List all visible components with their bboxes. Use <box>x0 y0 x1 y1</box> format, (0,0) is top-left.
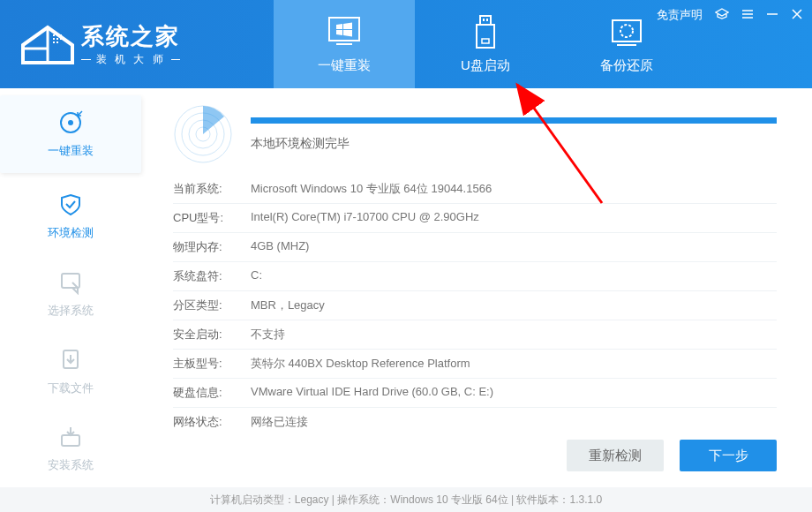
sidebar-item-label: 环境检测 <box>48 225 94 241</box>
info-value: Intel(R) Core(TM) i7-10700 CPU @ 2.90GHz <box>251 210 777 226</box>
svg-rect-11 <box>486 19 488 21</box>
tab-usb-boot[interactable]: U盘启动 <box>415 0 556 88</box>
info-row-partition: 分区类型:MBR，Legacy <box>173 291 777 320</box>
info-row-ram: 物理内存:4GB (MHZ) <box>173 233 777 262</box>
svg-rect-5 <box>60 38 62 40</box>
info-row-disk: 硬盘信息:VMware Virtual IDE Hard Drive (60.0… <box>173 379 777 408</box>
disclaimer-link[interactable]: 免责声明 <box>657 7 703 23</box>
logo-area: 系统之家 装 机 大 师 <box>0 21 274 67</box>
app-header: 系统之家 装 机 大 师 一键重装 U盘启动 备份还原 免责声明 <box>0 0 812 88</box>
info-row-network: 网络状态:网络已连接 <box>173 408 777 436</box>
sidebar-item-reinstall[interactable]: 一键重装 <box>0 95 141 173</box>
info-value: 不支持 <box>251 327 777 343</box>
info-label: 主板型号: <box>173 356 251 372</box>
system-info-table: 当前系统:Microsoft Windows 10 专业版 64位 19044.… <box>173 175 777 436</box>
tab-reinstall[interactable]: 一键重装 <box>274 0 415 88</box>
tab-label: 备份还原 <box>600 57 653 74</box>
info-label: 安全启动: <box>173 327 251 343</box>
nav-tabs: 一键重装 U盘启动 备份还原 <box>274 0 697 88</box>
shield-check-icon <box>57 192 84 218</box>
info-value: Microsoft Windows 10 专业版 64位 19044.1566 <box>251 181 777 197</box>
info-label: 系统盘符: <box>173 268 251 284</box>
sidebar-item-label: 下载文件 <box>48 380 94 396</box>
info-row-secureboot: 安全启动:不支持 <box>173 320 777 350</box>
progress-bar <box>251 117 777 124</box>
logo-text: 系统之家 装 机 大 师 <box>81 21 180 67</box>
svg-rect-2 <box>60 34 62 36</box>
info-row-motherboard: 主板型号:英特尔 440BX Desktop Reference Platfor… <box>173 350 777 379</box>
close-button[interactable] <box>791 8 803 23</box>
sidebar-item-label: 一键重装 <box>48 143 94 159</box>
info-label: 分区类型: <box>173 297 251 313</box>
menu-icon[interactable] <box>741 8 754 23</box>
content-panel: 本地环境检测完毕 当前系统:Microsoft Windows 10 专业版 6… <box>141 88 812 487</box>
target-icon <box>57 109 84 136</box>
select-icon <box>57 269 84 296</box>
app-title: 系统之家 <box>81 21 180 52</box>
restore-icon <box>609 15 644 50</box>
sidebar-item-env-check[interactable]: 环境检测 <box>0 178 141 256</box>
info-row-drive: 系统盘符:C: <box>173 262 777 291</box>
info-row-cpu: CPU型号:Intel(R) Core(TM) i7-10700 CPU @ 2… <box>173 204 777 233</box>
info-label: 硬盘信息: <box>173 385 251 401</box>
svg-rect-7 <box>56 41 58 43</box>
sidebar: 一键重装 环境检测 选择系统 下载文件 安装系统 <box>0 88 141 487</box>
sidebar-item-download[interactable]: 下载文件 <box>0 333 141 410</box>
body-area: 一键重装 环境检测 选择系统 下载文件 安装系统 本地环境检测完毕 <box>0 88 812 487</box>
info-value: 网络已连接 <box>251 414 777 430</box>
radar-icon <box>173 104 233 164</box>
svg-rect-9 <box>480 16 491 25</box>
scan-status-text: 本地环境检测完毕 <box>251 136 777 152</box>
info-value: 4GB (MHZ) <box>251 239 777 255</box>
sidebar-item-install[interactable]: 安装系统 <box>0 410 141 487</box>
action-buttons: 重新检测 下一步 <box>567 440 777 471</box>
svg-rect-10 <box>483 19 485 21</box>
info-value: 英特尔 440BX Desktop Reference Platform <box>251 356 777 372</box>
svg-rect-0 <box>53 34 55 36</box>
install-icon <box>57 424 84 450</box>
graduation-icon[interactable] <box>715 8 729 23</box>
svg-point-17 <box>68 120 73 125</box>
status-bar-text: 计算机启动类型：Legacy | 操作系统：Windows 10 专业版 64位… <box>210 493 602 508</box>
info-label: 物理内存: <box>173 239 251 255</box>
svg-rect-13 <box>482 39 489 43</box>
info-label: CPU型号: <box>173 210 251 226</box>
next-button[interactable]: 下一步 <box>680 440 777 471</box>
window-controls: 免责声明 <box>657 7 803 23</box>
sidebar-item-select-system[interactable]: 选择系统 <box>0 255 141 333</box>
minimize-button[interactable] <box>766 8 778 23</box>
info-row-os: 当前系统:Microsoft Windows 10 专业版 64位 19044.… <box>173 175 777 204</box>
logo-icon <box>18 22 78 66</box>
tab-label: 一键重装 <box>318 57 371 74</box>
svg-rect-4 <box>56 38 58 40</box>
svg-point-15 <box>620 25 633 37</box>
info-value: MBR，Legacy <box>251 297 777 313</box>
svg-rect-3 <box>53 38 55 40</box>
info-label: 网络状态: <box>173 414 251 430</box>
scan-header: 本地环境检测完毕 <box>173 104 777 164</box>
rescan-button[interactable]: 重新检测 <box>567 440 664 471</box>
sidebar-item-label: 安装系统 <box>48 457 94 473</box>
svg-rect-6 <box>53 41 55 43</box>
progress-column: 本地环境检测完毕 <box>251 117 777 152</box>
sidebar-item-label: 选择系统 <box>48 303 94 319</box>
app-subtitle: 装 机 大 师 <box>81 52 180 67</box>
status-bar: 计算机启动类型：Legacy | 操作系统：Windows 10 专业版 64位… <box>0 487 812 512</box>
info-value: VMware Virtual IDE Hard Drive (60.0 GB, … <box>251 385 777 401</box>
svg-rect-20 <box>62 435 79 446</box>
windows-icon <box>327 15 362 50</box>
usb-icon <box>468 15 503 50</box>
svg-rect-14 <box>613 20 641 41</box>
svg-rect-1 <box>56 34 58 36</box>
tab-label: U盘启动 <box>461 57 510 74</box>
svg-rect-12 <box>477 25 494 48</box>
download-icon <box>57 347 84 373</box>
info-value: C: <box>251 268 777 284</box>
info-label: 当前系统: <box>173 181 251 197</box>
